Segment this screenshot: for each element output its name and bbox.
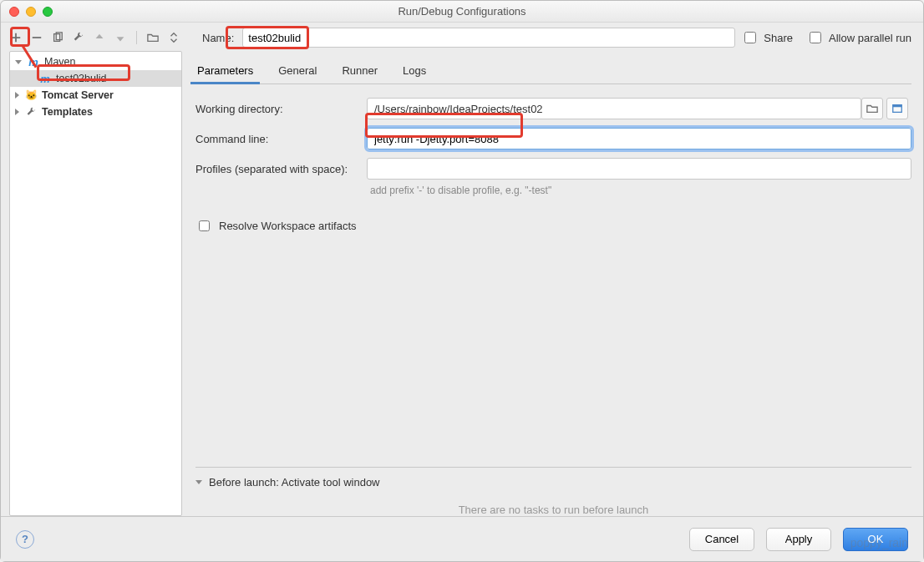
move-down-button[interactable] xyxy=(114,31,127,44)
command-line-label: Command line: xyxy=(195,133,367,145)
zoom-window-icon[interactable] xyxy=(43,7,53,17)
copy-config-button[interactable] xyxy=(51,31,64,44)
no-tasks-text: There are no tasks to run before launch xyxy=(195,489,911,516)
tree-node-tomcat[interactable]: Tomcat Server xyxy=(10,87,181,104)
edit-defaults-button[interactable] xyxy=(72,31,85,44)
parallel-checkbox[interactable]: Allow parallel run xyxy=(806,29,911,46)
folder-button[interactable] xyxy=(146,31,160,44)
parallel-label: Allow parallel run xyxy=(829,32,911,44)
profiles-input[interactable] xyxy=(367,158,911,180)
maven-icon: m xyxy=(38,72,52,85)
maven-icon: m xyxy=(27,55,40,68)
share-checkbox-input[interactable] xyxy=(744,32,756,43)
working-dir-input[interactable] xyxy=(367,98,861,119)
chevron-down-icon xyxy=(195,480,202,484)
svg-rect-0 xyxy=(33,37,42,38)
chevron-down-icon xyxy=(15,60,22,64)
ok-button[interactable]: OK xyxy=(843,528,908,551)
apply-button[interactable]: Apply xyxy=(766,528,831,551)
dialog-window: Run/Debug Configurations xyxy=(0,0,924,562)
top-row: Name: Share Allow parallel run xyxy=(1,23,923,51)
wrench-icon xyxy=(24,105,38,119)
tab-logs[interactable]: Logs xyxy=(401,64,428,84)
command-line-input[interactable] xyxy=(367,128,911,149)
before-launch-toggle[interactable]: Before launch: Activate tool window xyxy=(195,476,911,489)
remove-config-button[interactable] xyxy=(30,31,43,44)
browse-dir-button[interactable] xyxy=(861,98,883,119)
insert-path-button[interactable] xyxy=(886,98,908,119)
titlebar: Run/Debug Configurations xyxy=(1,1,923,23)
svg-rect-4 xyxy=(893,105,902,108)
close-window-icon[interactable] xyxy=(9,7,19,17)
tab-bar: Parameters General Runner Logs xyxy=(195,51,911,84)
toolbar-divider xyxy=(136,31,137,44)
tree-node-templates[interactable]: Templates xyxy=(10,104,181,120)
tab-general[interactable]: General xyxy=(277,64,318,84)
tree-label: Maven xyxy=(44,56,76,68)
profiles-hint: add prefix '-' to disable profile, e.g. … xyxy=(370,185,911,196)
content-panel: Parameters General Runner Logs Working d… xyxy=(182,51,923,516)
name-label: Name: xyxy=(202,32,234,44)
config-toolbar xyxy=(9,31,180,44)
minimize-window-icon[interactable] xyxy=(26,7,36,17)
parameters-form: Working directory: Command line: Profile… xyxy=(195,84,911,234)
sidebar-resizer[interactable] xyxy=(180,52,182,515)
tree-node-maven[interactable]: m Maven xyxy=(10,53,181,70)
share-checkbox[interactable]: Share xyxy=(741,29,793,46)
chevron-right-icon xyxy=(15,109,19,115)
tree-label: test02bulid xyxy=(56,73,106,84)
tab-parameters[interactable]: Parameters xyxy=(195,64,255,84)
parallel-checkbox-input[interactable] xyxy=(810,32,821,43)
chevron-right-icon xyxy=(15,92,19,99)
working-dir-label: Working directory: xyxy=(195,103,367,115)
window-title: Run/Debug Configurations xyxy=(1,5,923,18)
move-up-button[interactable] xyxy=(93,31,106,44)
resolve-workspace-checkbox[interactable] xyxy=(199,220,210,231)
tomcat-icon xyxy=(24,89,38,102)
tree-label: Tomcat Server xyxy=(42,89,114,101)
tree-label: Templates xyxy=(42,106,93,118)
before-launch-section: Before launch: Activate tool window Ther… xyxy=(195,467,911,516)
expand-button[interactable] xyxy=(167,31,180,44)
dialog-footer: ? Cancel Apply OK xyxy=(1,516,923,561)
window-controls xyxy=(1,7,53,17)
before-launch-title: Before launch: Activate tool window xyxy=(209,476,380,489)
cancel-button[interactable]: Cancel xyxy=(689,528,754,551)
add-config-button[interactable] xyxy=(9,31,23,44)
resolve-workspace-label: Resolve Workspace artifacts xyxy=(219,220,357,232)
profiles-label: Profiles (separated with space): xyxy=(195,163,367,175)
config-tree: m Maven m test02bulid Tomcat Server xyxy=(9,51,182,516)
tab-runner[interactable]: Runner xyxy=(340,64,379,84)
tree-node-test02bulid[interactable]: m test02bulid xyxy=(10,70,181,87)
name-input[interactable] xyxy=(242,28,735,48)
help-button[interactable]: ? xyxy=(16,530,34,549)
share-label: Share xyxy=(764,32,793,44)
